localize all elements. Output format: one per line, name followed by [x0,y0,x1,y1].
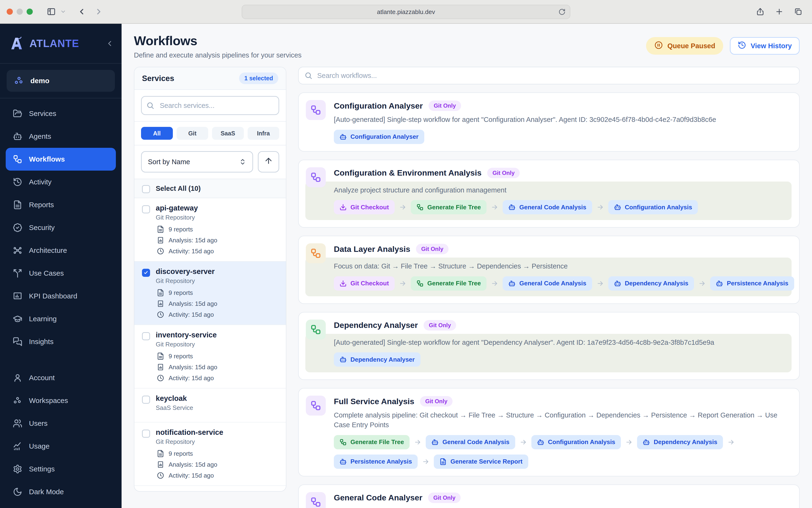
trending-icon [13,441,22,451]
filter-saas[interactable]: SaaS [212,127,244,140]
sidebar-item-activity[interactable]: Activity [6,171,116,194]
sidebar-item-account[interactable]: Account [6,367,116,389]
back-icon[interactable] [75,5,89,18]
step-chip-label: General Code Analysis [519,280,586,287]
service-row-api-gateway[interactable]: api-gatewayGit Repository9 reportsAnalys… [134,198,286,262]
reload-icon[interactable] [559,8,566,15]
workflow-steps-row: Generate File TreeGeneral Code AnalysisC… [334,435,792,449]
clock-icon [157,472,164,479]
service-meta-row: 9 reports [157,289,278,297]
workflow-icon [306,395,326,416]
sidebar-item-workspaces[interactable]: Workspaces [6,389,116,412]
service-row-inventory-service[interactable]: inventory-serviceGit Repository9 reports… [134,325,286,388]
workflow-card-configuration-environment-analysis[interactable]: Configuration & Environment AnalysisGit … [298,160,800,228]
queue-paused-badge[interactable]: Queue Paused [646,37,723,55]
address-bar[interactable]: atlante.piazzablu.dev [242,5,570,19]
workflow-description: Analyze project structure and configurat… [334,185,786,195]
services-panel: Services 1 selected AllGitSaaSInfra Sort… [134,67,286,492]
workflow-steps-row: Persistence AnalysisGenerate Service Rep… [334,455,792,469]
sidebar-item-security[interactable]: Security [6,216,116,239]
sidebar: ATLANTE demo ServicesAgentsWorkflowsActi… [0,24,122,508]
service-checkbox[interactable] [142,430,150,438]
service-type: SaaS Service [156,404,278,412]
service-checkbox[interactable] [142,395,150,404]
workspace-switcher[interactable]: demo [7,70,115,92]
sidebar-item-learning[interactable]: Learning [6,307,116,330]
sort-select[interactable]: Sort by Name [141,151,253,172]
sidebar-item-kpi-dashboard[interactable]: KPI Dashboard [6,285,116,307]
zoom-window-button[interactable] [27,8,33,15]
service-meta-row: Activity: 15d ago [157,472,278,479]
sidebar-item-services[interactable]: Services [6,102,116,125]
sidebar-item-label: Security [29,223,55,232]
sidebar-item-users[interactable]: Users [6,412,116,435]
step-chip-persistence-analysis: Persistence Analysis [710,276,794,291]
history-icon [13,177,22,187]
workflow-card-dependency-analyser[interactable]: Dependency AnalyserGit Only[Auto-generat… [298,312,800,380]
sidebar-item-architecture[interactable]: Architecture [6,239,116,262]
atlante-logo [9,36,24,51]
services-list: api-gatewayGit Repository9 reportsAnalys… [134,198,286,491]
close-window-button[interactable] [7,8,13,15]
share-icon[interactable] [753,5,767,18]
sort-direction-button[interactable] [258,151,279,172]
sidebar-item-label: Learning [29,315,57,323]
service-row-notification-service[interactable]: notification-serviceGit Repository9 repo… [134,422,286,486]
sidebar-toggle-icon[interactable] [44,5,58,18]
service-checkbox[interactable] [142,205,150,213]
brand-name: ATLANTE [30,38,79,49]
sidebar-collapse-icon[interactable] [105,39,114,48]
workflow-icon [306,492,326,508]
workflows-search-input[interactable] [317,72,794,80]
services-search-input[interactable] [141,96,279,115]
queue-paused-label: Queue Paused [667,42,715,50]
sidebar-item-settings[interactable]: Settings [6,458,116,480]
select-all-checkbox[interactable] [142,185,150,193]
main-content: Workflows Define and execute analysis pi… [122,24,812,508]
service-type: Git Repository [156,341,278,348]
step-chip-label: Persistence Analysis [727,280,788,287]
forward-icon[interactable] [92,5,106,18]
tab-overview-icon[interactable] [791,5,805,18]
page-title: Workflows [134,33,301,48]
new-tab-icon[interactable] [772,5,786,18]
service-row-keycloak[interactable]: keycloakSaaS Service [134,388,286,422]
workflow-icon [306,167,326,187]
filter-git[interactable]: Git [177,127,208,140]
workflow-card-data-layer-analysis[interactable]: Data Layer AnalysisGit OnlyFocus on data… [298,236,800,304]
workflow-card-configuration-analyser[interactable]: Configuration AnalyserGit Only[Auto-gene… [298,92,800,152]
sidebar-item-agents[interactable]: Agents [6,125,116,148]
filter-all[interactable]: All [141,127,173,140]
arrow-right-icon [596,203,604,211]
badge-check-icon [13,223,22,232]
workflow-title: Configuration & Environment Analysis [334,168,481,177]
sidebar-item-workflows[interactable]: Workflows [6,148,116,171]
service-row-discovery-server[interactable]: discovery-serverGit Repository9 reportsA… [134,262,286,325]
minimize-window-button[interactable] [17,8,23,15]
git-only-badge: Git Only [429,100,461,111]
workflows-search [298,67,800,84]
download-icon [339,280,347,287]
moon-icon [13,487,22,497]
sidebar-item-reports[interactable]: Reports [6,194,116,216]
service-checkbox[interactable] [142,332,150,340]
network-icon [13,246,22,255]
sidebar-item-usage[interactable]: Usage [6,435,116,458]
workflow-card-full-service-analysis[interactable]: Full Service AnalysisGit OnlyComplete an… [298,388,800,476]
select-all-row[interactable]: Select All (10) [134,179,286,198]
workflow-description: Focus on data: Git → File Tree → Structu… [334,261,786,271]
sidebar-item-dark-mode[interactable]: Dark Mode [6,480,116,503]
sidebar-item-label: Usage [29,442,50,450]
search-icon [304,72,313,80]
sidebar-item-use-cases[interactable]: Use Cases [6,262,116,285]
filter-infra[interactable]: Infra [248,127,280,140]
workflow-card-general-code-analyser[interactable]: General Code AnalyserGit Only[Auto-gener… [298,484,800,508]
sidebar-item-label: Workflows [29,155,65,163]
step-chip-label: Generate File Tree [427,204,481,211]
sidebar-item-insights[interactable]: Insights [6,330,116,353]
service-checkbox[interactable] [142,269,150,277]
git-only-badge: Git Only [428,493,461,503]
chevron-down-icon[interactable] [58,5,68,18]
view-history-label: View History [751,42,792,50]
view-history-button[interactable]: View History [730,37,800,55]
